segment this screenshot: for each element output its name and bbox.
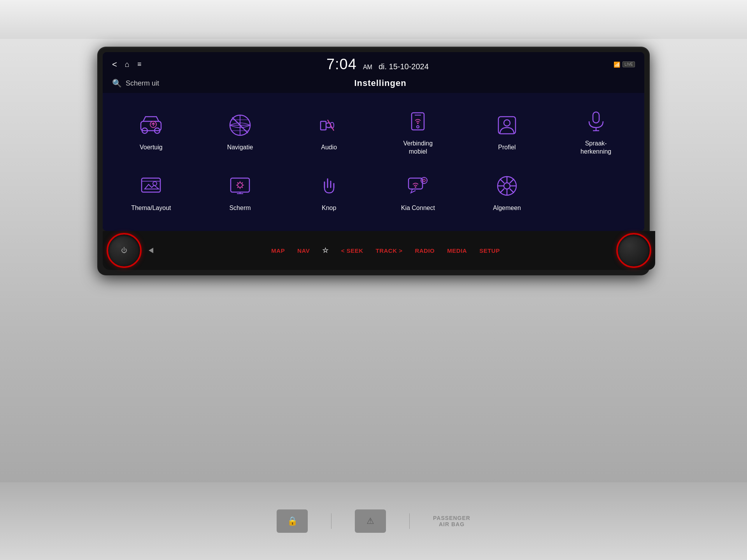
knop-icon — [316, 172, 343, 200]
tune-knob[interactable] — [616, 233, 651, 268]
menu-item-scherm[interactable]: Scherm — [196, 161, 285, 222]
svg-rect-11 — [321, 121, 326, 130]
page-title: Instellingen — [255, 78, 506, 88]
audio-icon — [316, 112, 343, 139]
control-buttons: MAP NAV ☆ < SEEK TRACK > RADIO MEDIA SET… — [155, 246, 616, 255]
menu-item-thema[interactable]: Thema/Layout — [107, 161, 196, 222]
svg-line-41 — [500, 189, 504, 193]
signal-icon: 📶 — [614, 61, 620, 68]
menu-item-voertuig[interactable]: Voertuig — [107, 101, 196, 161]
svg-point-29 — [415, 186, 416, 188]
unit-housing: < ⌂ ≡ 7:04 AM di. 15-10-2024 📶 LIVE 🔍 Sc… — [97, 47, 650, 275]
menu-item-empty — [551, 161, 640, 222]
menu-item-algemeen[interactable]: Algemeen — [463, 161, 552, 222]
svg-line-40 — [510, 179, 514, 183]
spraak-icon — [582, 108, 610, 135]
svg-point-31 — [423, 179, 425, 182]
search-text[interactable]: Scherm uit — [126, 79, 251, 88]
clock-area: 7:04 AM di. 15-10-2024 — [326, 56, 429, 73]
svg-point-23 — [153, 182, 157, 186]
live-badge: LIVE — [622, 61, 635, 67]
svg-rect-17 — [498, 117, 516, 134]
svg-rect-22 — [142, 178, 160, 192]
search-icon[interactable]: 🔍 — [112, 79, 122, 88]
status-bar: < ⌂ ≡ 7:04 AM di. 15-10-2024 📶 LIVE — [103, 52, 644, 76]
profiel-label: Profiel — [498, 144, 516, 152]
media-button[interactable]: MEDIA — [441, 247, 473, 254]
eject-icon — [149, 248, 153, 253]
dash-separator-1 — [331, 513, 331, 529]
favorite-button[interactable]: ☆ — [316, 246, 335, 255]
menu-item-spraak[interactable]: Spraak- herkenning — [551, 101, 640, 161]
menu-item-profiel[interactable]: Profiel — [463, 101, 552, 161]
verbinding-icon — [404, 108, 431, 135]
nav-controls: < ⌂ ≡ — [112, 60, 141, 70]
menu-item-audio[interactable]: Audio — [284, 101, 374, 161]
time-display: 7:04 — [326, 56, 357, 73]
menu-item-kia-connect[interactable]: Kia Connect — [374, 161, 463, 222]
hazard-button[interactable]: ⚠ — [355, 509, 386, 533]
map-button[interactable]: MAP — [265, 247, 291, 254]
menu-item-verbinding[interactable]: Verbinding mobiel — [374, 101, 463, 161]
status-indicators: 📶 LIVE — [614, 61, 635, 68]
scherm-icon — [226, 172, 254, 200]
navigatie-label: Navigatie — [227, 144, 253, 152]
svg-rect-24 — [231, 178, 249, 192]
svg-point-18 — [504, 120, 510, 126]
time-ampm: AM — [363, 64, 372, 71]
svg-line-12 — [328, 120, 334, 131]
lock-button[interactable]: 🔒 — [277, 509, 308, 533]
svg-point-15 — [417, 126, 419, 128]
settings-menu-grid: Voertuig — [103, 93, 644, 231]
track-button[interactable]: TRACK > — [370, 247, 409, 254]
infotainment-screen: < ⌂ ≡ 7:04 AM di. 15-10-2024 📶 LIVE 🔍 Sc… — [103, 52, 644, 231]
car-surround: < ⌂ ≡ 7:04 AM di. 15-10-2024 📶 LIVE 🔍 Sc… — [0, 0, 747, 560]
seek-button[interactable]: < SEEK — [335, 247, 370, 254]
controls-bar: ⏻ MAP NAV ☆ < SEEK TRACK > RADIO MEDIA S… — [103, 231, 655, 270]
svg-point-16 — [417, 122, 419, 124]
power-icon: ⏻ — [121, 247, 127, 254]
setup-button[interactable]: SETUP — [473, 247, 506, 254]
voertuig-icon — [137, 112, 165, 139]
svg-rect-19 — [593, 112, 599, 123]
voertuig-label: Voertuig — [140, 144, 163, 152]
dash-top — [0, 0, 747, 39]
kia-connect-label: Kia Connect — [401, 204, 435, 212]
thema-icon — [137, 172, 165, 200]
nav-button[interactable]: NAV — [291, 247, 316, 254]
scherm-label: Scherm — [229, 204, 251, 212]
radio-button[interactable]: RADIO — [409, 247, 441, 254]
svg-point-33 — [504, 183, 510, 189]
date-display: di. 15-10-2024 — [379, 62, 429, 71]
menu-button[interactable]: ≡ — [137, 60, 142, 68]
menu-item-knop[interactable]: Knop — [284, 161, 374, 222]
menu-item-navigatie[interactable]: Navigatie — [196, 101, 285, 161]
volume-knob[interactable]: ⏻ — [107, 233, 142, 268]
svg-line-39 — [510, 189, 514, 193]
back-button[interactable]: < — [112, 60, 117, 70]
profiel-icon — [493, 112, 521, 139]
bottom-dash: 🔒 ⚠ PASSENGERAIR BAG — [0, 482, 747, 560]
algemeen-label: Algemeen — [493, 204, 521, 212]
svg-point-30 — [421, 177, 427, 184]
svg-line-38 — [500, 179, 504, 183]
audio-label: Audio — [321, 144, 337, 152]
navigatie-icon — [226, 112, 254, 139]
home-button[interactable]: ⌂ — [125, 60, 130, 69]
search-bar: 🔍 Scherm uit Instellingen — [103, 76, 644, 93]
knop-label: Knop — [322, 204, 336, 212]
thema-label: Thema/Layout — [131, 204, 171, 212]
spraak-label: Spraak- herkenning — [580, 140, 611, 156]
kia-connect-icon — [404, 172, 431, 200]
algemeen-icon — [493, 172, 521, 200]
dash-separator-2 — [409, 513, 410, 529]
verbinding-label: Verbinding mobiel — [403, 140, 433, 156]
airbag-label: PASSENGERAIR BAG — [433, 515, 470, 527]
